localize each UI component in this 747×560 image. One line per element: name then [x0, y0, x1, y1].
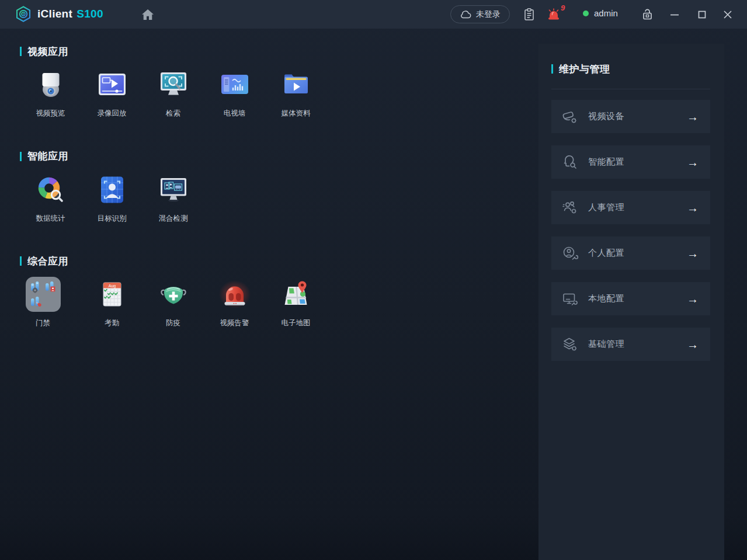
app-tile-playback[interactable]: 录像回放	[81, 68, 143, 117]
alarm-button[interactable]	[546, 8, 561, 21]
app-title: iClientS100	[37, 8, 103, 20]
media-folder-icon	[279, 68, 314, 101]
home-icon	[141, 9, 154, 20]
clipboard-icon	[523, 8, 535, 21]
username-label: admin	[594, 8, 618, 18]
accent-bar	[20, 47, 22, 56]
data-statistics-icon	[33, 173, 68, 206]
app-name: iClient	[37, 8, 72, 20]
arrow-right-icon: →	[687, 339, 699, 350]
arrow-right-icon: →	[687, 156, 699, 168]
arrow-right-icon: →	[687, 248, 699, 259]
section-header: 视频应用	[20, 46, 359, 57]
arrow-right-icon: →	[687, 202, 699, 214]
app-label: 目标识别	[98, 215, 127, 222]
sidebar-item-video-devices[interactable]: 视频设备 →	[551, 100, 710, 133]
home-button[interactable]	[141, 8, 155, 22]
app-label: 电子地图	[282, 319, 311, 327]
e-map-icon	[279, 278, 314, 311]
app-tile-search[interactable]: 检索	[143, 68, 204, 117]
app-label: 视频预览	[36, 110, 65, 117]
alarm-count-badge: 9	[561, 4, 565, 12]
section-video-apps: 视频应用	[20, 46, 359, 117]
log-button[interactable]	[523, 8, 536, 21]
accent-bar	[20, 152, 22, 161]
monitor-wrench-icon	[561, 290, 579, 308]
login-status-label: 未登录	[476, 9, 501, 20]
close-icon	[722, 9, 733, 20]
app-label: 视频告警	[220, 319, 249, 327]
tv-wall-icon	[217, 68, 252, 101]
sidebar-title: 维护与管理	[559, 62, 610, 76]
section-smart-apps: 智能应用 数据统计	[20, 151, 359, 222]
app-label: 检索	[166, 110, 180, 117]
maintenance-panel: 维护与管理 视频设备 →	[538, 44, 724, 560]
user-menu[interactable]: admin	[583, 8, 618, 18]
lock-button[interactable]	[641, 8, 654, 21]
app-tile-access-control[interactable]: 门禁	[12, 278, 74, 327]
section-header: 智能应用	[20, 151, 359, 162]
online-status-dot	[583, 11, 589, 16]
login-status-button[interactable]: 未登录	[450, 5, 510, 23]
app-tile-mixed-detection[interactable]: 混合检测	[143, 173, 204, 222]
sidebar-item-label: 视频设备	[588, 111, 687, 122]
section-header: 综合应用	[20, 255, 359, 267]
app-tile-tv-wall[interactable]: 电视墙	[204, 68, 265, 117]
protective-mask-icon	[156, 278, 191, 311]
sidebar-item-personnel-management[interactable]: 人事管理 →	[551, 191, 710, 224]
close-button[interactable]	[721, 8, 734, 21]
section-title: 综合应用	[27, 255, 68, 268]
app-label: 防疫	[166, 319, 180, 327]
access-control-icon	[26, 278, 61, 311]
app-tile-epidemic-prevention[interactable]: 防疫	[143, 278, 204, 327]
layers-gear-icon	[561, 336, 579, 353]
sidebar-item-smart-config[interactable]: 智能配置 →	[551, 145, 710, 179]
titlebar: iClientS100 未登录	[0, 0, 747, 29]
app-label: 电视墙	[224, 110, 246, 117]
target-recognition-icon	[95, 173, 130, 206]
mixed-detection-icon	[156, 173, 191, 206]
sidebar-item-label: 智能配置	[588, 156, 687, 168]
minimize-button[interactable]	[668, 8, 681, 21]
arrow-right-icon: →	[687, 111, 699, 123]
search-monitor-icon	[156, 68, 191, 101]
app-tile-media[interactable]: 媒体资料	[265, 68, 326, 117]
unlock-icon	[642, 8, 654, 20]
camera-gear-icon	[561, 108, 579, 126]
accent-bar	[551, 64, 553, 74]
minimize-icon	[669, 9, 680, 20]
app-tile-data-statistics[interactable]: 数据统计	[20, 173, 81, 222]
sidebar-item-local-config[interactable]: 本地配置 →	[551, 282, 710, 315]
app-label: 录像回放	[98, 110, 127, 117]
maximize-icon	[697, 9, 707, 20]
video-alarm-siren-icon	[217, 278, 252, 311]
app-logo-icon	[15, 6, 32, 22]
app-label: 混合检测	[159, 215, 188, 222]
brand: iClientS100	[15, 6, 103, 22]
playback-icon	[95, 68, 130, 101]
sidebar-item-personal-config[interactable]: 个人配置 →	[551, 236, 710, 270]
svg-text:Aug: Aug	[108, 284, 116, 288]
sidebar-item-label: 基础管理	[588, 339, 687, 350]
alarm-siren-icon	[547, 8, 561, 21]
head-search-icon	[561, 154, 579, 171]
section-integrated-apps: 综合应用	[20, 255, 359, 327]
divider	[551, 89, 710, 89]
app-launcher: 视频应用	[20, 46, 359, 360]
maximize-button[interactable]	[696, 8, 708, 21]
app-tile-target-recognition[interactable]: 目标识别	[81, 173, 143, 222]
app-tile-video-preview[interactable]: 视频预览	[20, 68, 81, 117]
app-tile-e-map[interactable]: 电子地图	[265, 278, 326, 327]
sidebar-header: 维护与管理	[551, 63, 710, 75]
app-label: 媒体资料	[282, 110, 311, 117]
sidebar-item-label: 个人配置	[588, 248, 687, 259]
arrow-right-icon: →	[687, 293, 699, 305]
sidebar-item-label: 本地配置	[588, 293, 687, 304]
people-gear-icon	[561, 199, 579, 217]
attendance-calendar-icon: Aug	[95, 278, 130, 311]
app-tile-attendance[interactable]: Aug 考勤	[81, 278, 143, 327]
app-window: iClientS100 未登录	[0, 0, 747, 560]
app-tile-video-alarm[interactable]: 视频告警	[204, 278, 265, 327]
sidebar-item-basic-management[interactable]: 基础管理 →	[551, 328, 710, 361]
section-title: 视频应用	[27, 45, 68, 58]
